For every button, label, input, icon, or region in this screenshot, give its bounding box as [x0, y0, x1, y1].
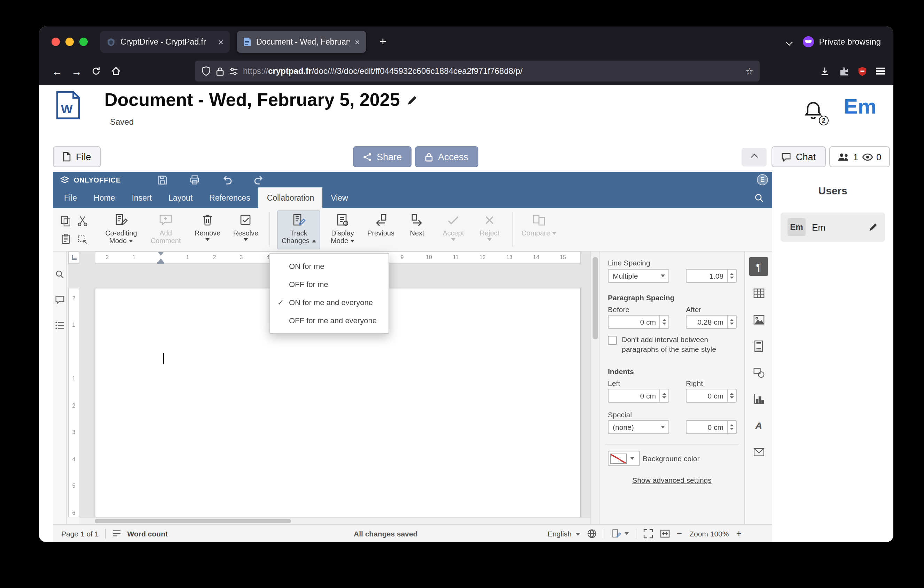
- zoom-in-button[interactable]: +: [736, 528, 742, 538]
- find-button[interactable]: [754, 193, 764, 203]
- zoom-window-button[interactable]: [79, 38, 88, 46]
- spacing-before-input[interactable]: 0 cm: [608, 315, 669, 329]
- close-window-button[interactable]: [51, 38, 60, 46]
- undo-button[interactable]: [221, 175, 233, 185]
- spinner[interactable]: [727, 269, 736, 282]
- extensions-button[interactable]: [838, 66, 849, 76]
- rename-user-pencil-icon[interactable]: [868, 222, 878, 232]
- reload-button[interactable]: [86, 61, 106, 81]
- resolve-button[interactable]: Resolve: [229, 210, 262, 249]
- tracking-shield-icon[interactable]: [201, 66, 211, 76]
- coediting-mode-button[interactable]: Co-editing Mode: [101, 210, 141, 249]
- spacing-after-input[interactable]: 0.28 cm: [686, 315, 737, 329]
- downloads-button[interactable]: [820, 66, 830, 76]
- header-footer-settings-button[interactable]: [749, 337, 768, 355]
- menu-tab-references[interactable]: References: [201, 187, 259, 208]
- compare-button[interactable]: Compare: [520, 210, 558, 249]
- previous-change-button[interactable]: Previous: [365, 210, 397, 249]
- spinner[interactable]: [727, 421, 736, 433]
- text-art-settings-button[interactable]: A: [749, 416, 768, 435]
- show-advanced-settings-link[interactable]: Show advanced settings: [599, 476, 744, 484]
- special-select[interactable]: (none): [608, 420, 669, 434]
- menu-item-off-for-me[interactable]: ✓OFF for me: [270, 275, 389, 293]
- participants-group[interactable]: 1 0: [829, 146, 890, 167]
- track-changes-status-button[interactable]: [611, 529, 629, 538]
- url-bar[interactable]: https://cryptpad.fr/doc/#/3/doc/edit/ff0…: [195, 61, 760, 81]
- print-button[interactable]: [190, 175, 200, 185]
- comments-panel-button[interactable]: [54, 296, 64, 304]
- cut-button[interactable]: [74, 212, 91, 230]
- lock-icon[interactable]: [216, 66, 224, 76]
- horizontal-scrollbar[interactable]: [79, 517, 591, 524]
- line-spacing-select[interactable]: Multiple: [608, 269, 669, 283]
- menu-tab-view[interactable]: View: [322, 187, 356, 208]
- forward-button[interactable]: →: [67, 61, 86, 81]
- tab-stop-selector[interactable]: [68, 251, 79, 264]
- paste-button[interactable]: [57, 230, 74, 248]
- no-interval-checkbox[interactable]: [608, 336, 617, 345]
- menu-item-off-for-me-and-everyone[interactable]: ✓OFF for me and everyone: [270, 311, 389, 330]
- home-button[interactable]: [106, 61, 125, 81]
- close-icon[interactable]: ×: [218, 37, 223, 46]
- scrollbar-thumb[interactable]: [592, 257, 598, 339]
- access-button[interactable]: Access: [415, 146, 478, 167]
- tab-cryptdrive[interactable]: CryptDrive - CryptPad.fr ×: [100, 31, 230, 53]
- list-tabs-chevron-icon[interactable]: [786, 38, 793, 45]
- spinner[interactable]: [727, 315, 736, 328]
- display-mode-button[interactable]: Display Mode: [325, 210, 361, 249]
- chat-button[interactable]: Chat: [772, 146, 825, 167]
- back-button[interactable]: ←: [47, 61, 67, 81]
- mail-merge-settings-button[interactable]: [749, 443, 768, 461]
- fit-page-button[interactable]: [644, 529, 653, 538]
- spinner[interactable]: [659, 390, 668, 402]
- vertical-scrollbar[interactable]: [591, 251, 599, 524]
- spinner[interactable]: [727, 390, 736, 402]
- menu-item-on-for-me-and-everyone[interactable]: ✓ON for me and everyone: [270, 293, 389, 311]
- remove-button[interactable]: Remove: [190, 210, 225, 249]
- edit-title-pencil-icon[interactable]: [407, 94, 418, 106]
- word-count-button[interactable]: Word count: [127, 529, 167, 537]
- background-color-button[interactable]: [608, 451, 640, 466]
- share-button[interactable]: Share: [353, 146, 411, 167]
- reject-button[interactable]: Reject: [474, 210, 505, 249]
- track-changes-button[interactable]: Track Changes: [277, 210, 320, 249]
- find-panel-button[interactable]: [55, 269, 64, 279]
- image-settings-button[interactable]: [749, 310, 768, 329]
- bookmark-star-icon[interactable]: ☆: [746, 66, 753, 76]
- add-comment-button[interactable]: Add Comment: [145, 210, 186, 249]
- menu-tab-layout[interactable]: Layout: [160, 187, 201, 208]
- scrollbar-thumb[interactable]: [95, 519, 291, 523]
- file-menu-button[interactable]: File: [53, 146, 101, 167]
- indent-right-input[interactable]: 0 cm: [686, 389, 737, 403]
- redo-button[interactable]: [254, 175, 265, 185]
- first-line-indent-marker[interactable]: [158, 252, 163, 256]
- indent-left-input[interactable]: 0 cm: [608, 389, 669, 403]
- spellcheck-globe-button[interactable]: [587, 529, 597, 538]
- save-button[interactable]: [157, 175, 168, 185]
- close-icon[interactable]: ×: [355, 37, 360, 46]
- accept-button[interactable]: Accept: [437, 210, 469, 249]
- new-tab-button[interactable]: +: [375, 35, 391, 49]
- menu-tab-home[interactable]: Home: [85, 187, 123, 208]
- paragraph-settings-button[interactable]: ¶: [749, 257, 768, 276]
- copy-button[interactable]: [57, 212, 74, 230]
- tab-document[interactable]: Document - Wed, February 5, 20 ×: [237, 31, 366, 53]
- select-all-button[interactable]: [74, 230, 91, 248]
- permissions-icon[interactable]: [229, 66, 238, 76]
- menu-tab-collaboration[interactable]: Collaboration: [259, 187, 323, 208]
- spinner[interactable]: [659, 315, 668, 328]
- ublock-button[interactable]: [857, 66, 868, 76]
- menu-tab-file[interactable]: File: [56, 187, 85, 208]
- minimize-window-button[interactable]: [66, 38, 74, 46]
- notifications-bell-button[interactable]: 2: [804, 100, 826, 126]
- shape-settings-button[interactable]: [749, 363, 768, 382]
- zoom-out-button[interactable]: −: [677, 528, 682, 538]
- next-change-button[interactable]: Next: [401, 210, 433, 249]
- language-select[interactable]: English: [548, 529, 580, 537]
- fit-width-button[interactable]: [660, 529, 670, 537]
- navigation-panel-button[interactable]: [54, 321, 64, 330]
- menu-tab-insert[interactable]: Insert: [123, 187, 160, 208]
- collapse-toolbar-button[interactable]: [742, 148, 767, 167]
- menu-button[interactable]: [876, 66, 885, 76]
- menu-item-on-for-me[interactable]: ✓ON for me: [270, 257, 389, 275]
